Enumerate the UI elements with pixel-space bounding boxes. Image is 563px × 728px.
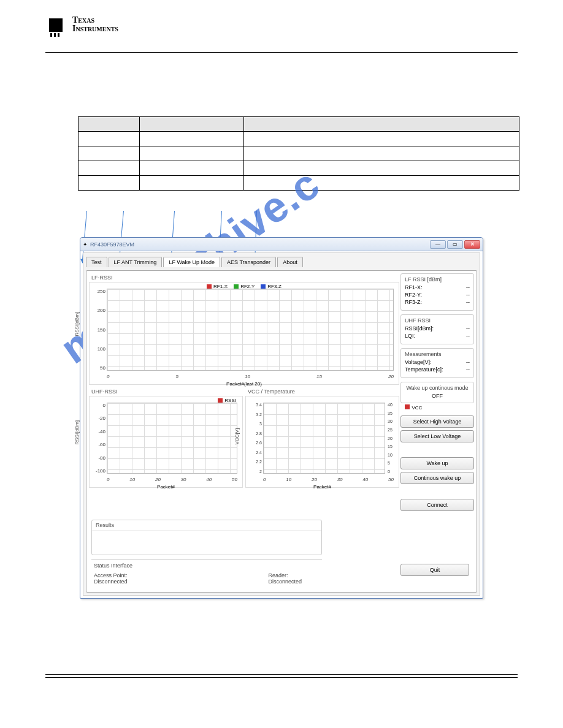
results-title: Results xyxy=(92,520,321,531)
ti-logo: Texas Instruments xyxy=(45,13,118,36)
parameter-table xyxy=(78,116,519,191)
status-reader: Reader: Disconnected xyxy=(269,572,320,585)
lf-rssi-xlabel: Packet#(last 20) xyxy=(90,381,399,387)
uhf-xlabel: Packet# xyxy=(90,484,242,490)
vcc-xlabel: Packet# xyxy=(246,484,399,490)
close-button[interactable]: ✕ xyxy=(464,240,480,249)
status-title: Status Interface xyxy=(91,559,322,571)
wake-panel-status: OFF xyxy=(405,393,470,399)
uhf-yticks: 0-20-40-60-80-100 xyxy=(93,403,105,474)
tab-lf-ant-trimming[interactable]: LF ANT Trimming xyxy=(109,257,163,267)
footer-rule xyxy=(45,677,518,678)
meas-panel-title: Measurements xyxy=(405,351,470,357)
ti-logo-line1: Texas xyxy=(72,16,118,25)
maximize-button[interactable]: ▭ xyxy=(447,240,463,249)
measurements-panel: Measurements Voltage[V]:-- Temperature[c… xyxy=(400,348,474,378)
tab-aes-transponder[interactable]: AES Transponder xyxy=(221,257,276,267)
wake-panel-title: Wake up continous mode xyxy=(405,385,470,391)
uhf-rssi-chart: RSSI RSSI[dBm] 0-20-40-60-80-100 0102030… xyxy=(89,396,243,488)
select-high-voltage-button[interactable]: Select High Voltage xyxy=(400,415,474,428)
uhf-rssi-title: UHF-RSSI xyxy=(91,389,243,395)
status-ap: Access Point: Disconnected xyxy=(94,572,158,585)
app-window: ✦ RF430F5978EVM — ▭ ✕ Test LF ANT Trimmi… xyxy=(80,237,483,599)
vcc-title: VCC / Temperature xyxy=(248,389,399,395)
tab-about[interactable]: About xyxy=(277,257,303,267)
wakeup-mode-panel: Wake up continous mode OFF xyxy=(400,382,474,403)
quit-button[interactable]: Quit xyxy=(400,564,469,576)
app-icon: ✦ xyxy=(83,241,88,248)
continous-wake-up-button[interactable]: Continous wake up xyxy=(400,472,474,484)
vcc-yticks-right: 4035302520151050 xyxy=(388,403,399,474)
lf-rssi-ylabel: RSSI[dBm] xyxy=(74,312,80,336)
tab-test[interactable]: Test xyxy=(86,257,107,267)
tab-bar: Test LF ANT Trimming LF Wake Up Mode AES… xyxy=(83,253,480,267)
lf-yticks: 25020015010050 xyxy=(93,289,105,371)
uhf-rssi-panel: UHF RSSI RSSI[dBm]:-- LQI:-- xyxy=(400,314,474,344)
ti-logo-line2: Instruments xyxy=(72,25,118,33)
vcc-chart: VCC[V] 3.43.232.82.62.42.22 403530252015… xyxy=(245,396,399,488)
minimize-button[interactable]: — xyxy=(430,240,446,249)
uhf-ylabel: RSSI[dBm] xyxy=(74,420,80,445)
tab-lf-wake-up-mode[interactable]: LF Wake Up Mode xyxy=(163,257,220,267)
connect-button[interactable]: Connect xyxy=(400,499,474,511)
footer-rule xyxy=(45,674,518,675)
status-bar: Status Interface Access Point: Disconnec… xyxy=(91,559,322,586)
titlebar: ✦ RF430F5978EVM — ▭ ✕ xyxy=(80,238,483,251)
lf-rssi-title: LF-RSSI xyxy=(91,275,399,281)
lf-panel-title: LF RSSI [dBm] xyxy=(405,276,470,282)
lf-rssi-chart: RF1-X RF2-Y RF3-Z RSSI[dBm] 250200150100… xyxy=(89,282,399,385)
lf-rssi-panel: LF RSSI [dBm] RF1-X:-- RF2-Y:-- RF3-Z:-- xyxy=(400,273,474,311)
select-low-voltage-button[interactable]: Select Low Voltage xyxy=(400,430,474,442)
uhf-panel-title: UHF RSSI xyxy=(405,317,470,324)
wake-up-button[interactable]: Wake up xyxy=(400,457,474,469)
vcc-ylabel: VCC[V] xyxy=(234,428,240,445)
window-title: RF430F5978EVM xyxy=(88,241,430,248)
header-rule xyxy=(45,52,518,53)
results-panel: Results xyxy=(91,520,322,555)
vcc-yticks: 3.43.232.82.62.42.22 xyxy=(250,403,262,474)
ti-chip-icon xyxy=(45,13,67,36)
